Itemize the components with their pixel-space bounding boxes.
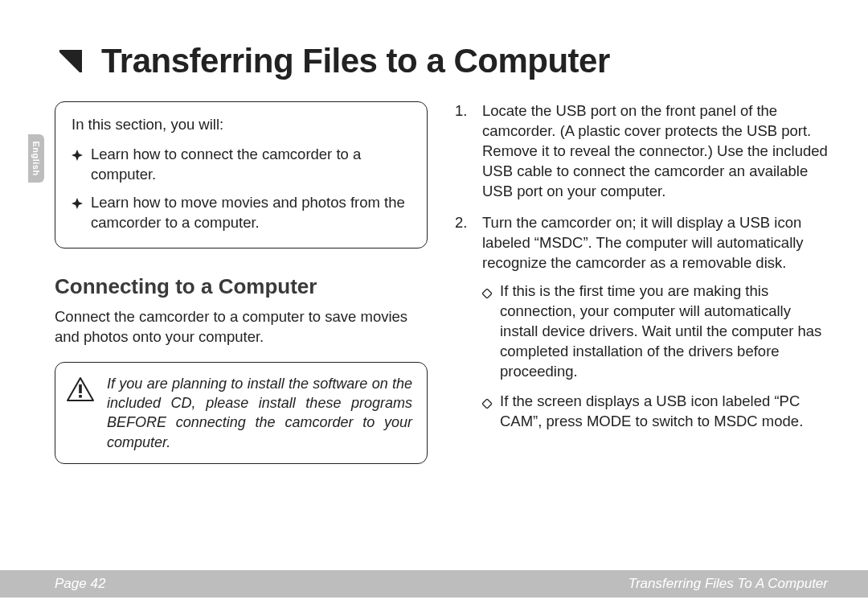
diamond-icon bbox=[482, 281, 492, 382]
footer-page-number: Page 42 bbox=[55, 576, 105, 592]
title-row: Transferring Files to a Computer bbox=[55, 42, 828, 80]
right-column: Locate the USB port on the front panel o… bbox=[455, 101, 828, 464]
section-list: Learn how to connect the camcorder to a … bbox=[72, 145, 411, 233]
page-title: Transferring Files to a Computer bbox=[101, 42, 610, 80]
arrow-down-right-icon bbox=[55, 45, 87, 77]
sub-list: If this is the first time you are making… bbox=[482, 281, 828, 432]
page-footer: Page 42 Transferring Files To A Computer bbox=[0, 570, 868, 598]
language-tab-label: English bbox=[31, 141, 41, 175]
step-text: Locate the USB port on the front panel o… bbox=[482, 102, 828, 199]
svg-rect-6 bbox=[79, 395, 82, 398]
section-intro: In this section, you will: bbox=[72, 115, 411, 135]
sub-item: If this is the first time you are making… bbox=[482, 281, 828, 382]
ordered-steps: Locate the USB port on the front panel o… bbox=[455, 101, 828, 432]
warning-box: If you are planning to install the softw… bbox=[55, 362, 428, 464]
svg-marker-7 bbox=[482, 289, 492, 298]
step-text: Turn the camcorder on; it will display a… bbox=[482, 214, 804, 271]
sub-item-text: If this is the first time you are making… bbox=[500, 281, 828, 382]
language-tab: English bbox=[28, 134, 44, 183]
section-overview-box: In this section, you will: Learn how to … bbox=[55, 101, 428, 248]
section-paragraph: Connect the camcorder to a computer to s… bbox=[55, 307, 428, 347]
section-heading: Connecting to a Computer bbox=[55, 273, 428, 301]
step-item: Locate the USB port on the front panel o… bbox=[455, 101, 828, 202]
star-icon bbox=[72, 145, 83, 185]
star-icon bbox=[72, 193, 83, 233]
list-item-text: Learn how to move movies and photos from… bbox=[91, 193, 411, 233]
diamond-icon bbox=[482, 392, 492, 432]
list-item-text: Learn how to connect the camcorder to a … bbox=[91, 145, 411, 185]
manual-page: English Transferring Files to a Computer… bbox=[0, 0, 868, 612]
list-item: Learn how to connect the camcorder to a … bbox=[72, 145, 411, 185]
sub-item: If the screen displays a USB icon labele… bbox=[482, 392, 828, 432]
footer-chapter: Transferring Files To A Computer bbox=[628, 576, 828, 592]
svg-rect-5 bbox=[79, 384, 82, 393]
list-item: Learn how to move movies and photos from… bbox=[72, 193, 411, 233]
warning-text: If you are planning to install the softw… bbox=[107, 374, 412, 452]
page-content: Transferring Files to a Computer In this… bbox=[55, 42, 828, 548]
svg-marker-3 bbox=[72, 198, 83, 209]
svg-marker-1 bbox=[59, 50, 82, 72]
columns: In this section, you will: Learn how to … bbox=[55, 101, 828, 464]
svg-marker-2 bbox=[72, 150, 83, 161]
left-column: In this section, you will: Learn how to … bbox=[55, 101, 428, 464]
warning-icon bbox=[67, 374, 94, 407]
step-item: Turn the camcorder on; it will display a… bbox=[455, 213, 828, 432]
sub-item-text: If the screen displays a USB icon labele… bbox=[500, 392, 828, 432]
svg-marker-8 bbox=[482, 399, 492, 409]
